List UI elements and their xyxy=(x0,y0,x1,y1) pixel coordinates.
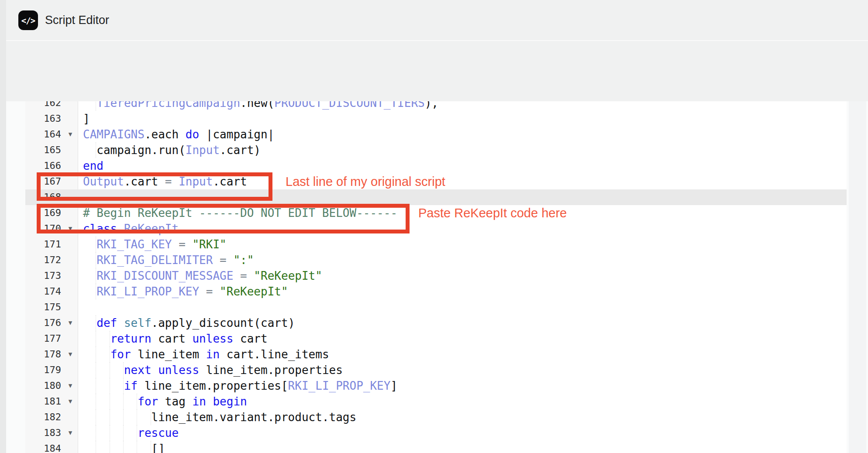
token-op: = xyxy=(179,238,186,251)
token-plain xyxy=(83,348,110,361)
token-plain: line_item.properties xyxy=(199,364,343,377)
line-number[interactable]: 171 xyxy=(25,237,61,252)
code-line-166[interactable]: end xyxy=(83,158,103,174)
token-plain: campaign.run( xyxy=(83,144,186,157)
line-number[interactable]: 169 xyxy=(25,205,61,221)
line-number[interactable]: 173 xyxy=(25,268,61,284)
fold-toggle-icon[interactable]: ▾ xyxy=(64,394,77,409)
token-op: = xyxy=(220,254,227,267)
code-line-181[interactable]: for tag in begin xyxy=(83,394,247,409)
token-plain: ), xyxy=(425,101,438,110)
code-line-163[interactable]: ] xyxy=(83,111,90,127)
token-op: = xyxy=(165,175,172,188)
token-kw: do xyxy=(186,128,199,141)
fold-toggle-icon[interactable]: ▾ xyxy=(64,378,77,394)
line-number[interactable]: 167 xyxy=(25,174,61,189)
token-const: TieredPricingCampaign xyxy=(96,101,240,110)
code-line-174[interactable]: RKI_LI_PROP_KEY = "ReKeepIt" xyxy=(83,284,288,299)
token-plain xyxy=(199,285,206,298)
token-plain xyxy=(117,316,124,329)
token-plain: |campaign| xyxy=(199,128,274,141)
code-editor[interactable]: 162 TieredPricingCampaign.new(PRODUCT_DI… xyxy=(25,101,847,453)
page-scrollbar-track[interactable] xyxy=(849,101,866,453)
line-number[interactable]: 184 xyxy=(25,441,61,453)
line-number[interactable]: 164 xyxy=(25,127,61,142)
token-kw: class xyxy=(83,222,117,235)
token-comment: # Begin ReKeepIt ------DO NOT EDIT BELOW… xyxy=(83,206,397,220)
line-number[interactable]: 177 xyxy=(25,331,61,347)
line-number[interactable]: 163 xyxy=(25,111,61,127)
line-number[interactable]: 182 xyxy=(25,409,61,425)
token-plain xyxy=(83,332,110,345)
code-line-172[interactable]: RKI_TAG_DELIMITER = ":" xyxy=(83,252,254,268)
code-line-171[interactable]: RKI_TAG_KEY = "RKI" xyxy=(83,237,227,252)
line-number[interactable]: 170 xyxy=(25,221,61,237)
window-left-edge xyxy=(0,0,6,453)
token-plain xyxy=(83,285,96,298)
token-plain xyxy=(83,379,124,392)
code-line-180[interactable]: if line_item.properties[RKI_LI_PROP_KEY] xyxy=(83,378,397,394)
token-kw: for xyxy=(138,395,158,408)
code-line-164[interactable]: CAMPAIGNS.each do |campaign| xyxy=(83,127,274,142)
token-kw: return xyxy=(110,332,152,345)
line-number[interactable]: 181 xyxy=(25,394,61,409)
token-plain: ] xyxy=(83,112,90,125)
token-plain xyxy=(172,238,179,251)
token-plain xyxy=(83,238,96,251)
fold-toggle-icon[interactable]: ▾ xyxy=(64,315,77,331)
fold-toggle-icon[interactable]: ▾ xyxy=(64,221,77,237)
line-number[interactable]: 179 xyxy=(25,362,61,378)
line-number[interactable]: 172 xyxy=(25,252,61,268)
token-plain xyxy=(172,175,179,188)
token-plain: [] xyxy=(83,442,165,453)
fold-toggle-icon[interactable]: ▾ xyxy=(64,127,77,142)
line-number[interactable]: 183 xyxy=(25,425,61,441)
fold-toggle-icon[interactable]: ▾ xyxy=(64,425,77,441)
code-line-178[interactable]: for line_item in cart.line_items xyxy=(83,347,329,362)
token-plain: .new( xyxy=(240,101,274,110)
token-const: CAMPAIGNS xyxy=(83,128,145,141)
fold-toggle-icon[interactable]: ▾ xyxy=(64,347,77,362)
code-line-167[interactable]: Output.cart = Input.cart xyxy=(83,174,247,189)
line-number[interactable]: 166 xyxy=(25,158,61,174)
code-line-183[interactable]: rescue xyxy=(83,425,179,441)
line-number[interactable]: 165 xyxy=(25,142,61,158)
token-plain: tag xyxy=(158,395,192,408)
code-line-165[interactable]: campaign.run(Input.cart) xyxy=(83,142,261,158)
token-plain xyxy=(83,101,96,110)
code-line-179[interactable]: next unless line_item.properties xyxy=(83,362,343,378)
line-number[interactable]: 174 xyxy=(25,284,61,299)
token-kw: for xyxy=(110,348,131,361)
token-plain xyxy=(213,285,220,298)
code-line-170[interactable]: class ReKeepIt xyxy=(83,221,179,237)
token-plain: line_item.properties[ xyxy=(138,379,288,392)
token-plain xyxy=(152,364,158,377)
line-number[interactable]: 168 xyxy=(25,189,61,205)
code-line-182[interactable]: line_item.variant.product.tags xyxy=(83,409,356,425)
token-plain xyxy=(83,269,96,282)
code-line-184[interactable]: [] xyxy=(83,441,165,453)
token-plain: .cart) xyxy=(220,144,261,157)
code-line-162[interactable]: TieredPricingCampaign.new(PRODUCT_DISCOU… xyxy=(83,101,438,111)
code-line-173[interactable]: RKI_DISCOUNT_MESSAGE = "ReKeepIt" xyxy=(83,268,322,284)
line-number[interactable]: 175 xyxy=(25,299,61,315)
token-plain: ] xyxy=(390,379,397,392)
token-plain: cart xyxy=(152,332,193,345)
code-line-169[interactable]: # Begin ReKeepIt ------DO NOT EDIT BELOW… xyxy=(83,205,397,221)
token-self: self xyxy=(124,316,152,329)
token-plain xyxy=(233,269,240,282)
line-number[interactable]: 180 xyxy=(25,378,61,394)
token-const: Output xyxy=(83,175,124,188)
token-kw: def xyxy=(96,316,117,329)
token-plain xyxy=(213,254,220,267)
token-plain xyxy=(227,254,234,267)
line-number[interactable]: 162 xyxy=(25,101,61,111)
token-const: ReKeepIt xyxy=(124,222,179,235)
code-line-177[interactable]: return cart unless cart xyxy=(83,331,268,347)
token-plain: line_item.variant.product.tags xyxy=(83,411,356,424)
token-const: RKI_DISCOUNT_MESSAGE xyxy=(96,269,233,282)
line-number[interactable]: 178 xyxy=(25,347,61,362)
token-str: "RKI" xyxy=(192,238,226,251)
line-number[interactable]: 176 xyxy=(25,315,61,331)
code-line-176[interactable]: def self.apply_discount(cart) xyxy=(83,315,295,331)
